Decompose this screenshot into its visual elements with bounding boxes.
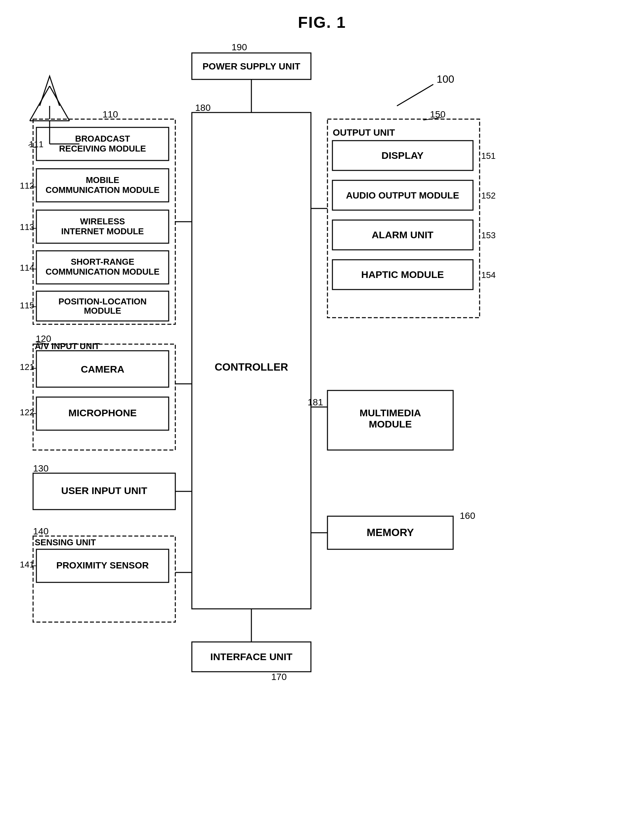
power-supply-label: POWER SUPPLY UNIT	[202, 61, 301, 71]
microphone-label: MICROPHONE	[69, 407, 137, 418]
short-range-line2: COMMUNICATION MODULE	[46, 267, 160, 276]
ref-122: 122	[20, 407, 34, 417]
ref-190: 190	[232, 42, 247, 52]
proximity-label: PROXIMITY SENSOR	[56, 560, 149, 570]
ref-181: 181	[308, 397, 323, 407]
camera-label: CAMERA	[81, 364, 124, 375]
ref-115: 115	[20, 301, 34, 310]
ref-100: 100	[437, 73, 454, 85]
wireless-internet-line2: INTERNET MODULE	[61, 226, 144, 236]
svg-line-3	[397, 84, 433, 106]
ref-140: 140	[33, 526, 49, 536]
multimedia-line2: MODULE	[369, 419, 412, 430]
ref-153: 153	[481, 230, 495, 240]
position-line2: MODULE	[84, 306, 121, 316]
broadcast-line1: BROADCAST	[75, 134, 130, 144]
ref-111: 111	[29, 139, 43, 149]
wireless-internet-line1: WIRELESS	[80, 217, 125, 226]
output-unit-label: OUTPUT UNIT	[333, 127, 395, 138]
controller-label: CONTROLLER	[215, 361, 288, 373]
memory-label: MEMORY	[367, 527, 414, 538]
ref-130: 130	[33, 463, 49, 473]
av-input-label: A/V INPUT UNIT	[35, 341, 100, 351]
mobile-line2: COMMUNICATION MODULE	[46, 185, 160, 195]
short-range-line1: SHORT-RANGE	[71, 257, 134, 267]
ref-180: 180	[195, 103, 211, 113]
ref-141: 141	[20, 559, 34, 570]
ref-152: 152	[481, 190, 495, 201]
ref-113: 113	[20, 222, 34, 232]
svg-rect-5	[192, 112, 311, 609]
display-label: DISPLAY	[381, 150, 423, 161]
ref-112: 112	[20, 181, 34, 190]
ref-154: 154	[481, 270, 495, 280]
user-input-label: USER INPUT UNIT	[61, 485, 147, 496]
interface-label: INTERFACE UNIT	[210, 651, 292, 662]
ref-160: 160	[460, 511, 475, 521]
svg-line-44	[30, 86, 50, 121]
sensing-label: SENSING UNIT	[35, 538, 96, 547]
ref-110: 110	[103, 109, 118, 120]
haptic-label: HAPTIC MODULE	[361, 269, 444, 280]
ref-121: 121	[20, 362, 34, 372]
mobile-line1: MOBILE	[86, 175, 119, 185]
ref-114: 114	[20, 263, 34, 273]
ref-170: 170	[271, 672, 287, 682]
audio-output-label: AUDIO OUTPUT MODULE	[346, 190, 459, 201]
alarm-label: ALARM UNIT	[372, 229, 434, 240]
ref-151: 151	[481, 151, 495, 161]
svg-line-45	[50, 86, 69, 121]
position-line1: POSITION-LOCATION	[58, 296, 147, 306]
broadcast-line2: RECEIVING MODULE	[59, 144, 146, 154]
multimedia-line1: MULTIMEDIA	[360, 407, 421, 418]
